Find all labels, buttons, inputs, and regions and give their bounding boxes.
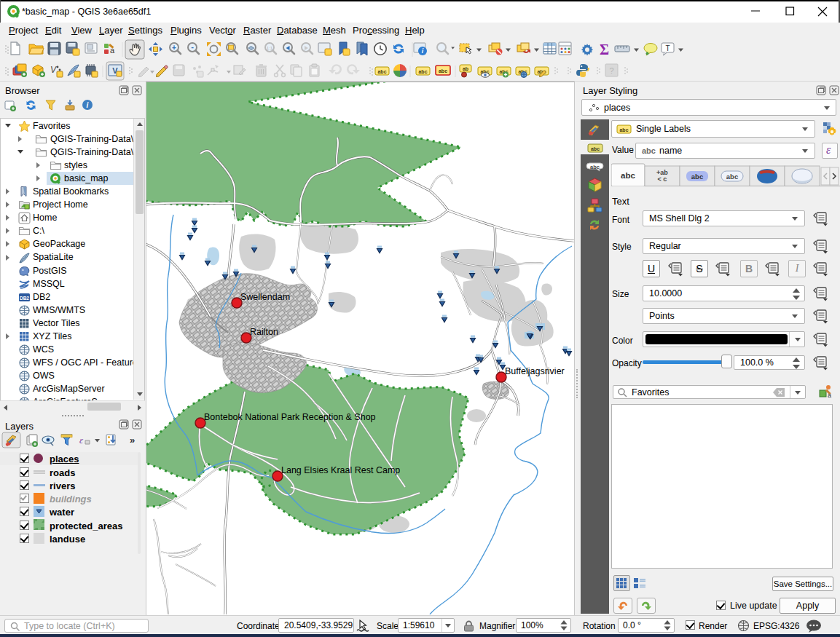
svg-text:?: ?: [609, 66, 613, 75]
svg-text:ε: ε: [79, 435, 84, 446]
svg-text:1:1: 1:1: [267, 46, 273, 50]
svg-text:+: +: [172, 44, 176, 52]
svg-text:abc: abc: [418, 69, 427, 74]
svg-text:abc: abc: [590, 164, 600, 170]
svg-text:abc: abc: [726, 173, 738, 181]
svg-text:a: a: [828, 392, 831, 399]
svg-text:Σ: Σ: [600, 41, 609, 58]
svg-text:abc: abc: [619, 127, 628, 132]
svg-text:V: V: [50, 65, 57, 75]
svg-text:ab: ab: [463, 66, 468, 71]
svg-text:DB2: DB2: [20, 296, 29, 301]
svg-text:abc: abc: [377, 69, 386, 74]
svg-text:»: »: [130, 435, 135, 446]
svg-text:< c: < c: [658, 175, 667, 183]
svg-text:abc: abc: [591, 146, 600, 151]
svg-text:i: i: [87, 101, 89, 109]
svg-text:abc: abc: [621, 171, 635, 180]
svg-text:abc: abc: [439, 68, 447, 74]
svg-text:Bontebok National Park Recepti: Bontebok National Park Reception & Shop: [204, 412, 376, 422]
svg-text:Buffeljagsrivier: Buffeljagsrivier: [505, 366, 565, 376]
svg-text:abc: abc: [691, 173, 703, 181]
svg-text:Railton: Railton: [250, 327, 278, 337]
svg-text:-: -: [191, 42, 194, 51]
svg-text:Swellendam: Swellendam: [240, 292, 290, 302]
svg-text:T: T: [665, 44, 670, 52]
svg-text:Lang Elsies Kraal Rest Camp: Lang Elsies Kraal Rest Camp: [281, 465, 400, 475]
